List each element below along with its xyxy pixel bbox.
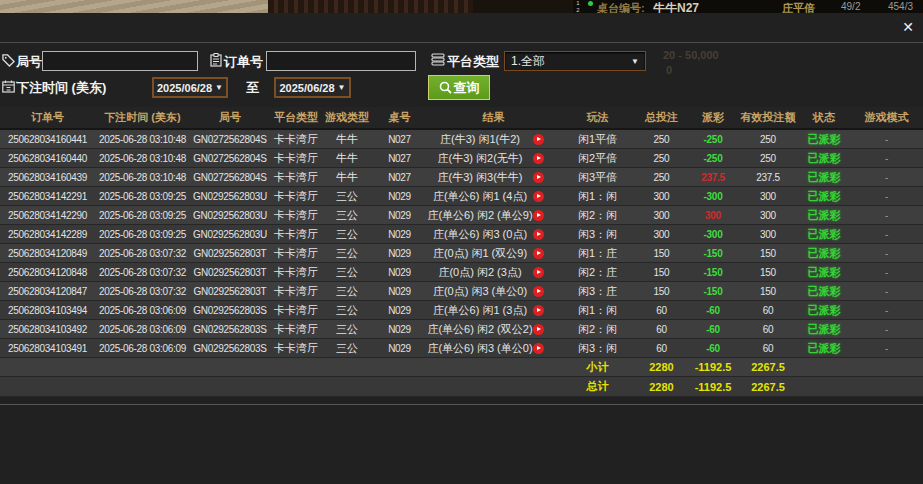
cell-status: 已派彩 bbox=[798, 168, 850, 187]
table-row: 2506280341208492025-06-28 03:07:32GN0292… bbox=[0, 244, 923, 263]
cell-table-number: N029 bbox=[372, 282, 427, 301]
summary-label: 小计 bbox=[560, 358, 635, 377]
clipboard-icon bbox=[210, 53, 222, 67]
divider bbox=[0, 42, 923, 43]
table-row: 2506280341034912025-06-28 03:06:09GN0292… bbox=[0, 339, 923, 358]
table-header-row: 订单号 下注时间 (美东) 局号 平台类型 游戏类型 桌号 结果 玩法 总投注 … bbox=[0, 107, 923, 129]
replay-video-icon[interactable] bbox=[533, 134, 544, 145]
cell-status: 已派彩 bbox=[798, 263, 850, 282]
cell-result: 庄(单公6) 闲2 (双公2) bbox=[427, 320, 560, 339]
cell-order-number: 250628034120849 bbox=[0, 244, 95, 263]
replay-video-icon[interactable] bbox=[533, 248, 544, 259]
cell-payout: 237.5 bbox=[688, 168, 738, 187]
cell-play-type: 闲1：闲 bbox=[560, 301, 635, 320]
chevron-down-icon: ▼ bbox=[338, 83, 346, 92]
cell-order-number: 250628034103491 bbox=[0, 339, 95, 358]
replay-video-icon[interactable] bbox=[533, 324, 544, 335]
cell-game-type: 三公 bbox=[322, 225, 372, 244]
cell-play-type: 闲1平倍 bbox=[560, 129, 635, 149]
platform-type-select[interactable]: 1.全部 ▼ bbox=[504, 51, 646, 71]
header-game-mode: 游戏模式 bbox=[850, 107, 923, 129]
cell-game-mode: - bbox=[850, 149, 923, 168]
platform-type-label: 平台类型 bbox=[447, 53, 499, 71]
cell-bet-time: 2025-06-28 03:10:48 bbox=[95, 149, 190, 168]
casino-wall-background bbox=[0, 0, 268, 13]
cell-bet-time: 2025-06-28 03:06:09 bbox=[95, 320, 190, 339]
table-row: 2506280341034922025-06-28 03:06:09GN0292… bbox=[0, 320, 923, 339]
chevron-down-icon: ▼ bbox=[215, 83, 223, 92]
header-status: 状态 bbox=[798, 107, 850, 129]
list-number: 1 bbox=[574, 0, 582, 6]
header-payout: 派彩 bbox=[688, 107, 738, 129]
replay-video-icon[interactable] bbox=[533, 286, 544, 297]
replay-video-icon[interactable] bbox=[533, 267, 544, 278]
header-game-type: 游戏类型 bbox=[322, 107, 372, 129]
summary-empty bbox=[850, 358, 923, 377]
cell-table-number: N029 bbox=[372, 339, 427, 358]
result-text: 庄(0点) 闲1 (双公9) bbox=[427, 246, 533, 261]
table-stat: 454/3 bbox=[888, 1, 913, 12]
replay-video-icon[interactable] bbox=[533, 191, 544, 202]
cell-game-mode: - bbox=[850, 301, 923, 320]
cell-status: 已派彩 bbox=[798, 225, 850, 244]
betting-history-screen: 1 2 桌台编号: 牛牛N27 庄平倍 49/2 454/3 ✕ 20 - 50… bbox=[0, 0, 923, 484]
query-button-label: 查询 bbox=[454, 79, 480, 97]
cell-play-type: 闲3平倍 bbox=[560, 168, 635, 187]
replay-video-icon[interactable] bbox=[533, 153, 544, 164]
cell-platform-type: 卡卡湾厅 bbox=[270, 263, 322, 282]
cell-status: 已派彩 bbox=[798, 129, 850, 149]
cell-result: 庄(单公6) 闲1 (4点) bbox=[427, 187, 560, 206]
cell-game-mode: - bbox=[850, 187, 923, 206]
replay-video-icon[interactable] bbox=[533, 172, 544, 183]
cell-bet-time: 2025-06-28 03:06:09 bbox=[95, 339, 190, 358]
date-from-value: 2025/06/28 bbox=[157, 82, 212, 94]
cell-table-number: N029 bbox=[372, 225, 427, 244]
cell-game-type: 三公 bbox=[322, 282, 372, 301]
cell-valid-bet: 250 bbox=[738, 129, 798, 149]
table-row: 2506280341422912025-06-28 03:09:25GN0292… bbox=[0, 187, 923, 206]
cell-round-number: GN0292562803S bbox=[190, 320, 270, 339]
cell-play-type: 闲2平倍 bbox=[560, 149, 635, 168]
result-text: 庄(牛3) 闲1(牛2) bbox=[427, 132, 533, 147]
cell-game-type: 三公 bbox=[322, 187, 372, 206]
date-to-picker[interactable]: 2025/06/28 ▼ bbox=[274, 77, 351, 98]
cell-total-bet: 300 bbox=[635, 206, 688, 225]
cell-result: 庄(牛3) 闲1(牛2) bbox=[427, 129, 560, 149]
cell-status: 已派彩 bbox=[798, 301, 850, 320]
bet-limit-label: 庄平倍 bbox=[782, 1, 815, 13]
summary-payout: -1192.5 bbox=[688, 358, 738, 377]
table-row: 2506280341034942025-06-28 03:06:09GN0292… bbox=[0, 301, 923, 320]
replay-video-icon[interactable] bbox=[533, 229, 544, 240]
query-button[interactable]: 查询 bbox=[428, 75, 490, 100]
cell-order-number: 250628034142290 bbox=[0, 206, 95, 225]
round-number-input[interactable] bbox=[42, 51, 198, 71]
tag-icon bbox=[2, 54, 15, 67]
cell-valid-bet: 60 bbox=[738, 301, 798, 320]
cell-result: 庄(单公6) 闲3 (0点) bbox=[427, 225, 560, 244]
header-bet-time: 下注时间 (美东) bbox=[95, 107, 190, 129]
result-text: 庄(单公6) 闲3 (单公0) bbox=[427, 341, 533, 356]
cell-payout: -150 bbox=[688, 282, 738, 301]
replay-video-icon[interactable] bbox=[533, 305, 544, 316]
replay-video-icon[interactable] bbox=[533, 343, 544, 354]
cell-bet-time: 2025-06-28 03:07:32 bbox=[95, 282, 190, 301]
cell-payout: -300 bbox=[688, 225, 738, 244]
date-from-picker[interactable]: 2025/06/28 ▼ bbox=[152, 77, 228, 98]
cell-total-bet: 60 bbox=[635, 339, 688, 358]
cell-total-bet: 300 bbox=[635, 187, 688, 206]
cell-status: 已派彩 bbox=[798, 187, 850, 206]
cell-bet-time: 2025-06-28 03:09:25 bbox=[95, 206, 190, 225]
cell-table-number: N029 bbox=[372, 320, 427, 339]
close-icon[interactable]: ✕ bbox=[902, 20, 914, 34]
table-number-value: 牛牛N27 bbox=[653, 0, 699, 13]
cell-game-type: 牛牛 bbox=[322, 149, 372, 168]
replay-video-icon[interactable] bbox=[533, 210, 544, 221]
betting-records-table: 订单号 下注时间 (美东) 局号 平台类型 游戏类型 桌号 结果 玩法 总投注 … bbox=[0, 107, 923, 397]
cell-play-type: 闲2：闲 bbox=[560, 320, 635, 339]
cell-round-number: GN0272562804S bbox=[190, 168, 270, 187]
cell-table-number: N029 bbox=[372, 206, 427, 225]
cell-platform-type: 卡卡湾厅 bbox=[270, 282, 322, 301]
range-to-label: 至 bbox=[246, 79, 259, 97]
order-number-input[interactable] bbox=[266, 51, 416, 71]
cell-bet-time: 2025-06-28 03:09:25 bbox=[95, 187, 190, 206]
